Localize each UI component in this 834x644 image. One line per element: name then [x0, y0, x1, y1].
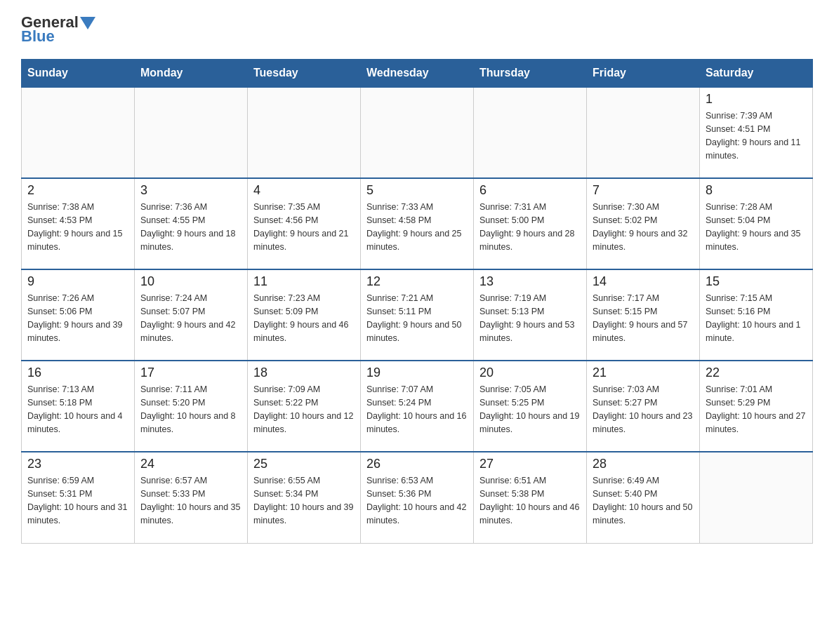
calendar-cell: 16Sunrise: 7:13 AMSunset: 5:18 PMDayligh…	[22, 361, 135, 452]
day-number: 18	[253, 365, 355, 380]
day-info: Sunrise: 7:23 AMSunset: 5:09 PMDaylight:…	[253, 292, 355, 344]
day-number: 3	[140, 183, 241, 198]
day-of-week-header: Saturday	[700, 60, 813, 88]
calendar-header-row: SundayMondayTuesdayWednesdayThursdayFrid…	[22, 60, 813, 88]
calendar-week-row: 9Sunrise: 7:26 AMSunset: 5:06 PMDaylight…	[22, 269, 813, 361]
calendar-cell: 18Sunrise: 7:09 AMSunset: 5:22 PMDayligh…	[248, 361, 361, 452]
day-number: 12	[366, 274, 468, 289]
day-number: 11	[253, 274, 355, 289]
day-number: 19	[366, 365, 468, 380]
day-info: Sunrise: 7:01 AMSunset: 5:29 PMDaylight:…	[706, 383, 807, 436]
svg-marker-0	[80, 17, 95, 29]
calendar-cell	[135, 87, 248, 178]
day-info: Sunrise: 7:03 AMSunset: 5:27 PMDaylight:…	[593, 383, 694, 436]
day-of-week-header: Wednesday	[361, 60, 474, 88]
day-info: Sunrise: 7:19 AMSunset: 5:13 PMDaylight:…	[479, 292, 581, 344]
day-info: Sunrise: 7:30 AMSunset: 5:02 PMDaylight:…	[593, 201, 694, 253]
day-number: 21	[593, 365, 694, 380]
day-number: 5	[366, 183, 468, 198]
logo: General Blue	[21, 14, 95, 45]
logo-text-blue: Blue	[21, 28, 55, 45]
day-info: Sunrise: 6:55 AMSunset: 5:34 PMDaylight:…	[253, 474, 355, 527]
calendar-cell: 4Sunrise: 7:35 AMSunset: 4:56 PMDaylight…	[248, 178, 361, 269]
calendar-cell	[22, 87, 135, 178]
day-number: 2	[27, 183, 128, 198]
day-number: 28	[593, 457, 694, 471]
calendar-cell: 20Sunrise: 7:05 AMSunset: 5:25 PMDayligh…	[474, 361, 587, 452]
calendar-cell	[248, 87, 361, 178]
day-info: Sunrise: 7:28 AMSunset: 5:04 PMDaylight:…	[706, 201, 807, 253]
day-number: 10	[140, 274, 241, 289]
calendar-cell: 23Sunrise: 6:59 AMSunset: 5:31 PMDayligh…	[22, 452, 135, 543]
calendar-cell: 25Sunrise: 6:55 AMSunset: 5:34 PMDayligh…	[248, 452, 361, 543]
calendar-cell: 27Sunrise: 6:51 AMSunset: 5:38 PMDayligh…	[474, 452, 587, 543]
calendar-cell: 14Sunrise: 7:17 AMSunset: 5:15 PMDayligh…	[587, 269, 700, 361]
logo-triangle-icon	[80, 17, 95, 29]
day-number: 27	[479, 457, 581, 471]
calendar-cell: 7Sunrise: 7:30 AMSunset: 5:02 PMDaylight…	[587, 178, 700, 269]
day-number: 26	[366, 457, 468, 471]
day-of-week-header: Sunday	[22, 60, 135, 88]
day-info: Sunrise: 7:26 AMSunset: 5:06 PMDaylight:…	[27, 292, 128, 344]
calendar-cell: 21Sunrise: 7:03 AMSunset: 5:27 PMDayligh…	[587, 361, 700, 452]
day-number: 6	[479, 183, 581, 198]
calendar-cell: 3Sunrise: 7:36 AMSunset: 4:55 PMDaylight…	[135, 178, 248, 269]
day-of-week-header: Tuesday	[248, 60, 361, 88]
day-number: 14	[593, 274, 694, 289]
day-info: Sunrise: 7:05 AMSunset: 5:25 PMDaylight:…	[479, 383, 581, 436]
calendar-cell: 22Sunrise: 7:01 AMSunset: 5:29 PMDayligh…	[700, 361, 813, 452]
day-info: Sunrise: 6:51 AMSunset: 5:38 PMDaylight:…	[479, 474, 581, 527]
calendar-cell: 11Sunrise: 7:23 AMSunset: 5:09 PMDayligh…	[248, 269, 361, 361]
calendar-cell: 9Sunrise: 7:26 AMSunset: 5:06 PMDaylight…	[22, 269, 135, 361]
calendar-cell: 10Sunrise: 7:24 AMSunset: 5:07 PMDayligh…	[135, 269, 248, 361]
day-info: Sunrise: 7:21 AMSunset: 5:11 PMDaylight:…	[366, 292, 468, 344]
calendar-cell	[474, 87, 587, 178]
day-info: Sunrise: 6:49 AMSunset: 5:40 PMDaylight:…	[593, 474, 694, 527]
calendar-week-row: 2Sunrise: 7:38 AMSunset: 4:53 PMDaylight…	[22, 178, 813, 269]
day-number: 1	[706, 92, 807, 107]
day-info: Sunrise: 7:24 AMSunset: 5:07 PMDaylight:…	[140, 292, 241, 344]
day-info: Sunrise: 7:39 AMSunset: 4:51 PMDaylight:…	[706, 109, 807, 162]
day-info: Sunrise: 7:07 AMSunset: 5:24 PMDaylight:…	[366, 383, 468, 436]
day-info: Sunrise: 7:31 AMSunset: 5:00 PMDaylight:…	[479, 201, 581, 253]
calendar-cell: 15Sunrise: 7:15 AMSunset: 5:16 PMDayligh…	[700, 269, 813, 361]
day-number: 22	[706, 365, 807, 380]
day-info: Sunrise: 7:13 AMSunset: 5:18 PMDaylight:…	[27, 383, 128, 436]
day-info: Sunrise: 7:36 AMSunset: 4:55 PMDaylight:…	[140, 201, 241, 253]
calendar-cell: 17Sunrise: 7:11 AMSunset: 5:20 PMDayligh…	[135, 361, 248, 452]
calendar-table: SundayMondayTuesdayWednesdayThursdayFrid…	[21, 59, 813, 544]
calendar-cell	[587, 87, 700, 178]
day-info: Sunrise: 6:53 AMSunset: 5:36 PMDaylight:…	[366, 474, 468, 527]
calendar-cell: 26Sunrise: 6:53 AMSunset: 5:36 PMDayligh…	[361, 452, 474, 543]
calendar-cell: 1Sunrise: 7:39 AMSunset: 4:51 PMDaylight…	[700, 87, 813, 178]
calendar-cell	[700, 452, 813, 543]
day-info: Sunrise: 7:33 AMSunset: 4:58 PMDaylight:…	[366, 201, 468, 253]
day-number: 25	[253, 457, 355, 471]
day-number: 13	[479, 274, 581, 289]
day-number: 15	[706, 274, 807, 289]
day-number: 8	[706, 183, 807, 198]
calendar-cell	[361, 87, 474, 178]
day-number: 24	[140, 457, 241, 471]
day-info: Sunrise: 7:17 AMSunset: 5:15 PMDaylight:…	[593, 292, 694, 344]
calendar-cell: 24Sunrise: 6:57 AMSunset: 5:33 PMDayligh…	[135, 452, 248, 543]
calendar-cell: 8Sunrise: 7:28 AMSunset: 5:04 PMDaylight…	[700, 178, 813, 269]
day-number: 7	[593, 183, 694, 198]
day-info: Sunrise: 7:35 AMSunset: 4:56 PMDaylight:…	[253, 201, 355, 253]
day-info: Sunrise: 7:38 AMSunset: 4:53 PMDaylight:…	[27, 201, 128, 253]
calendar-cell: 19Sunrise: 7:07 AMSunset: 5:24 PMDayligh…	[361, 361, 474, 452]
day-info: Sunrise: 7:09 AMSunset: 5:22 PMDaylight:…	[253, 383, 355, 436]
day-number: 20	[479, 365, 581, 380]
day-of-week-header: Monday	[135, 60, 248, 88]
calendar-cell: 6Sunrise: 7:31 AMSunset: 5:00 PMDaylight…	[474, 178, 587, 269]
calendar-week-row: 23Sunrise: 6:59 AMSunset: 5:31 PMDayligh…	[22, 452, 813, 543]
calendar-cell: 13Sunrise: 7:19 AMSunset: 5:13 PMDayligh…	[474, 269, 587, 361]
day-info: Sunrise: 6:59 AMSunset: 5:31 PMDaylight:…	[27, 474, 128, 527]
calendar-week-row: 16Sunrise: 7:13 AMSunset: 5:18 PMDayligh…	[22, 361, 813, 452]
calendar-cell: 12Sunrise: 7:21 AMSunset: 5:11 PMDayligh…	[361, 269, 474, 361]
calendar-cell: 5Sunrise: 7:33 AMSunset: 4:58 PMDaylight…	[361, 178, 474, 269]
day-number: 23	[27, 457, 128, 471]
day-number: 16	[27, 365, 128, 380]
calendar-cell: 2Sunrise: 7:38 AMSunset: 4:53 PMDaylight…	[22, 178, 135, 269]
calendar-week-row: 1Sunrise: 7:39 AMSunset: 4:51 PMDaylight…	[22, 87, 813, 178]
